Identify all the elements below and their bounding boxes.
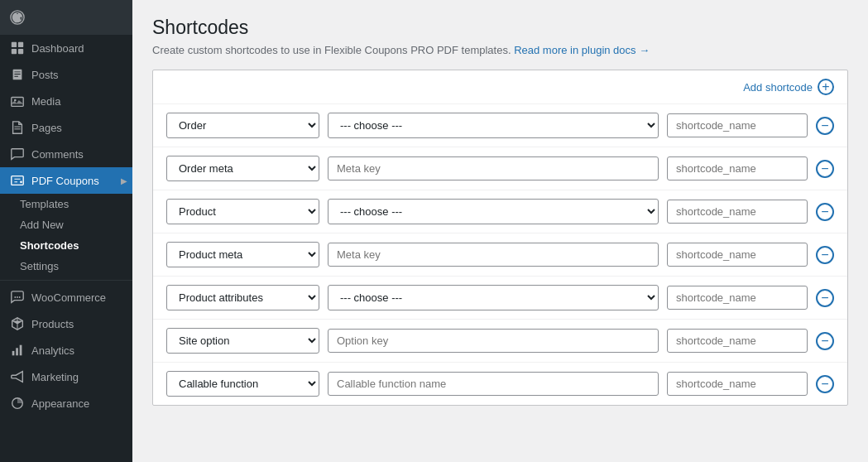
field-select-5[interactable]: --- choose --- [328, 285, 659, 310]
sidebar-label-pdf-coupons: PDF Coupons [31, 175, 99, 187]
name-input-4[interactable] [667, 243, 808, 267]
field-select-3[interactable]: --- choose --- [328, 199, 659, 224]
sidebar-item-posts[interactable]: Posts [0, 61, 132, 88]
shortcode-row-7: Order Order meta Product Product meta Pr… [153, 363, 847, 405]
sidebar-label-products: Products [31, 318, 74, 330]
shortcode-row-4: Order Order meta Product Product meta Pr… [153, 233, 847, 277]
sidebar-label-marketing: Marketing [31, 371, 79, 383]
shortcode-row-5: Order Order meta Product Product meta Pr… [153, 277, 847, 320]
type-select-1[interactable]: Order Order meta Product Product meta Pr… [166, 113, 319, 138]
shortcode-row-1: Order Order meta Product Product meta Pr… [153, 104, 847, 147]
name-input-2[interactable] [667, 156, 808, 180]
add-shortcode-icon: + [818, 79, 834, 95]
sidebar-item-media[interactable]: Media [0, 88, 132, 114]
add-shortcode-row: Add shortcode + [153, 70, 847, 104]
sidebar-item-woocommerce[interactable]: WooCommerce [0, 284, 132, 310]
svg-rect-9 [12, 176, 23, 185]
sidebar-label-dashboard: Dashboard [31, 42, 84, 55]
svg-rect-15 [16, 348, 18, 355]
add-shortcode-button[interactable]: Add shortcode + [743, 79, 834, 95]
svg-rect-14 [12, 351, 15, 355]
sidebar: Dashboard Posts Media Pages Comments [0, 0, 132, 462]
shortcode-row-2: Order Order meta Product Product meta Pr… [153, 147, 847, 190]
name-input-6[interactable] [667, 329, 808, 353]
field-input-6[interactable] [328, 329, 659, 353]
sidebar-item-comments[interactable]: Comments [0, 141, 132, 167]
add-shortcode-label: Add shortcode [743, 81, 813, 94]
type-select-2[interactable]: Order Order meta Product Product meta Pr… [166, 156, 319, 181]
name-input-3[interactable] [667, 200, 808, 224]
remove-button-7[interactable]: − [816, 375, 834, 393]
remove-button-5[interactable]: − [816, 289, 834, 307]
field-select-1[interactable]: --- choose --- [328, 113, 659, 138]
svg-point-12 [17, 296, 18, 298]
remove-button-6[interactable]: − [816, 332, 834, 350]
sidebar-sub-label-add-new: Add New [20, 219, 64, 231]
shortcode-row-6: Order Order meta Product Product meta Pr… [153, 320, 847, 363]
svg-point-13 [19, 296, 21, 298]
sidebar-item-marketing[interactable]: Marketing [0, 363, 132, 390]
sidebar-sub-shortcodes[interactable]: Shortcodes [0, 235, 132, 256]
sidebar-item-analytics[interactable]: Analytics [0, 337, 132, 363]
shortcode-row-3: Order Order meta Product Product meta Pr… [153, 190, 847, 233]
type-select-7[interactable]: Order Order meta Product Product meta Pr… [166, 371, 319, 397]
field-input-7[interactable] [328, 372, 659, 396]
type-select-4[interactable]: Order Order meta Product Product meta Pr… [166, 242, 319, 267]
remove-button-4[interactable]: − [816, 246, 834, 264]
field-input-2[interactable] [328, 156, 659, 180]
sidebar-label-media: Media [31, 95, 60, 108]
shortcodes-container: Add shortcode + Order Order meta Product… [152, 70, 848, 406]
sidebar-item-dashboard[interactable]: Dashboard [0, 35, 132, 61]
sidebar-label-woocommerce: WooCommerce [31, 291, 106, 304]
sidebar-item-pages[interactable]: Pages [0, 114, 132, 141]
remove-button-2[interactable]: − [816, 160, 834, 178]
svg-rect-16 [20, 345, 22, 356]
svg-rect-4 [18, 49, 23, 54]
remove-button-3[interactable]: − [816, 203, 834, 221]
name-input-5[interactable] [667, 286, 808, 310]
svg-rect-3 [12, 49, 17, 54]
svg-rect-1 [12, 42, 17, 47]
sidebar-item-pdf-coupons[interactable]: PDF Coupons ▶ [0, 167, 132, 194]
sidebar-label-appearance: Appearance [31, 397, 89, 410]
name-input-7[interactable] [667, 372, 808, 396]
sidebar-sub-templates[interactable]: Templates [0, 194, 132, 214]
page-title: Shortcodes [152, 17, 848, 39]
sidebar-item-products[interactable]: Products [0, 310, 132, 337]
sidebar-label-analytics: Analytics [31, 344, 74, 357]
wp-logo [0, 0, 132, 35]
sidebar-label-posts: Posts [31, 69, 59, 81]
svg-rect-2 [18, 42, 23, 47]
sidebar-label-comments: Comments [31, 148, 84, 161]
field-input-4[interactable] [328, 243, 659, 267]
sidebar-sub-label-settings: Settings [20, 260, 59, 272]
type-select-3[interactable]: Order Order meta Product Product meta Pr… [166, 199, 319, 224]
type-select-5[interactable]: Order Order meta Product Product meta Pr… [166, 285, 319, 310]
sidebar-item-appearance[interactable]: Appearance [0, 390, 132, 416]
svg-point-11 [14, 296, 16, 298]
docs-link[interactable]: Read more in plugin docs → [514, 44, 650, 56]
sidebar-sub-settings[interactable]: Settings [0, 256, 132, 277]
remove-button-1[interactable]: − [816, 117, 834, 135]
main-content: Shortcodes Create custom shortcodes to u… [132, 0, 868, 462]
sidebar-sub-add-new[interactable]: Add New [0, 214, 132, 235]
sidebar-sub-label-templates: Templates [20, 198, 69, 210]
svg-rect-5 [12, 98, 23, 107]
svg-point-10 [20, 180, 22, 183]
sidebar-sub-label-shortcodes: Shortcodes [20, 239, 79, 252]
name-input-1[interactable] [667, 113, 808, 137]
page-subtitle: Create custom shortcodes to use in Flexi… [152, 44, 848, 56]
type-select-6[interactable]: Order Order meta Product Product meta Pr… [166, 328, 319, 354]
sidebar-label-pages: Pages [31, 122, 62, 134]
